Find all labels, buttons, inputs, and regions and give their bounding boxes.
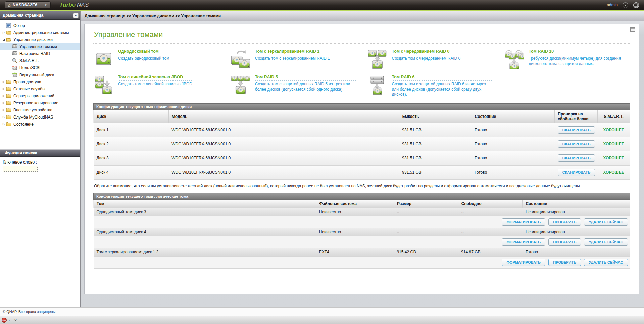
- scan-button[interactable]: СКАНИРОВАТЬ: [558, 169, 595, 176]
- format-button[interactable]: ФОРМАТИРОВАТЬ: [502, 218, 545, 226]
- volume-action-row: ФОРМАТИРОВАТЬ ПРОВЕРИТЬ УДАЛИТЬ СЕЙЧАС: [94, 256, 630, 268]
- logo-turbo: Turbo: [59, 2, 76, 8]
- expand-icon[interactable]: ▷: [1, 31, 6, 34]
- raid6-volume-icon[interactable]: [367, 75, 387, 95]
- device-dropdown-icon[interactable]: ▼: [41, 4, 50, 7]
- sidebar-item-external-devices[interactable]: ▷ Внешние устройства: [0, 106, 80, 113]
- expand-icon[interactable]: ▷: [1, 94, 6, 97]
- title-divider: [93, 43, 630, 44]
- expand-icon[interactable]: ▷: [1, 115, 6, 119]
- browser-addon-bar: ABP ▼ ×: [0, 316, 644, 324]
- sidebar-item-raid-settings[interactable]: Настройка RAID: [0, 50, 80, 57]
- sidebar-item-application-servers[interactable]: ▷ Серверы приложений: [0, 92, 80, 99]
- expand-icon[interactable]: ▷: [1, 87, 6, 90]
- raid1-volume-icon[interactable]: [231, 50, 250, 69]
- folder-icon: [6, 93, 12, 98]
- col-capacity: Емкость: [399, 110, 472, 123]
- folder-open-icon: [6, 37, 12, 42]
- expand-icon[interactable]: ▷: [1, 108, 6, 111]
- close-icon[interactable]: ×: [14, 318, 17, 323]
- smart-status: ХОРОШЕЕ: [598, 165, 630, 179]
- keyword-input[interactable]: [3, 166, 38, 172]
- create-jbod-volume-link[interactable]: Создать том с линейной записью JBOD: [118, 82, 192, 87]
- table-row: Диск 2 WDC WD10EFRX-68JCSN001.0 931.51 G…: [94, 137, 630, 151]
- option-raid1-volume: Том с зеркалированием RAID 1 Создать том…: [230, 49, 367, 69]
- sidebar-item-virtual-disk[interactable]: Виртуальный диск: [0, 71, 80, 78]
- magnifier-icon: [12, 58, 18, 63]
- keyword-label: Ключевое слово :: [3, 160, 78, 165]
- create-raid5-volume-link[interactable]: Создать том с защитой данных RAID 5 из т…: [255, 82, 356, 92]
- device-selector-button[interactable]: ⌂ NASD6A2E6 ▼: [5, 1, 51, 9]
- collapse-node-icon[interactable]: ◢: [1, 38, 6, 41]
- volume-type-options: Однодисковый том Создать однодисковый то…: [93, 49, 630, 97]
- col-free: Свободно: [458, 200, 523, 208]
- col-disk: Диск: [94, 110, 169, 123]
- raid10-volume-icon[interactable]: [504, 50, 524, 69]
- remove-now-button[interactable]: УДАЛИТЬ СЕЙЧАС: [584, 259, 628, 266]
- search-section-header: Функция поиска: [0, 149, 80, 157]
- create-raid1-volume-link[interactable]: Создать том с зеркалированием RAID 1: [255, 56, 330, 61]
- expand-icon[interactable]: ▷: [1, 80, 6, 83]
- overview-icon: [6, 23, 12, 28]
- option-raid0-volume: Том с чередованием RAID 0 Создать том с …: [367, 49, 504, 69]
- sidebar-item-smart[interactable]: S.M.A.R.T.: [0, 57, 80, 64]
- logo-nas: NAS: [77, 2, 89, 8]
- sidebar-item-network-services[interactable]: ▷ Сетевые службы: [0, 85, 80, 92]
- navigation-tree: Обзор ▷ Администрирование системы ◢ Упра…: [0, 20, 80, 149]
- format-button[interactable]: ФОРМАТИРОВАТЬ: [502, 238, 545, 246]
- physical-disks-table: Диск Модель Емкость Состояние Проверка н…: [93, 110, 630, 180]
- adblock-dropdown-icon[interactable]: ▼: [8, 319, 10, 321]
- scan-button[interactable]: СКАНИРОВАТЬ: [558, 140, 595, 148]
- smart-status: ХОРОШЕЕ: [598, 123, 630, 137]
- check-button[interactable]: ПРОВЕРИТЬ: [548, 238, 581, 246]
- sidebar-item-overview[interactable]: Обзор: [0, 22, 80, 29]
- popup-window-icon[interactable]: [630, 27, 635, 32]
- remove-now-button[interactable]: УДАЛИТЬ СЕЙЧАС: [584, 218, 628, 226]
- folder-icon: [6, 86, 12, 91]
- smart-status: ХОРОШЕЕ: [598, 151, 630, 165]
- check-button[interactable]: ПРОВЕРИТЬ: [548, 218, 581, 226]
- col-vol-status: Состояние: [523, 200, 630, 208]
- sidebar-item-iscsi-target[interactable]: Цель iSCSI: [0, 64, 80, 71]
- search-section: Ключевое слово :: [0, 157, 80, 307]
- folder-icon: [6, 100, 12, 105]
- jbod-volume-icon[interactable]: [94, 75, 113, 95]
- col-size: Размер: [394, 200, 458, 208]
- option-raid5-volume: Том RAID 5 Создать том с защитой данных …: [230, 75, 367, 97]
- expand-icon[interactable]: ▷: [1, 101, 6, 104]
- raid0-volume-icon[interactable]: [367, 50, 387, 69]
- create-single-volume-link[interactable]: Создать однодисковый том: [118, 56, 169, 61]
- top-bar: ⌂ NASD6A2E6 ▼ TurboNAS admin ▼: [0, 0, 644, 10]
- physical-disks-section-header: Конфигурация текущего тома : физические …: [93, 103, 630, 110]
- page-title: Управление томами: [93, 28, 630, 43]
- single-volume-icon[interactable]: [94, 50, 113, 69]
- volume-icon: [12, 44, 18, 49]
- check-button[interactable]: ПРОВЕРИТЬ: [548, 259, 581, 266]
- sidebar-collapse-button[interactable]: «: [73, 13, 79, 18]
- sidebar-item-system-administration[interactable]: ▷ Администрирование системы: [0, 29, 80, 36]
- volume-action-row: ФОРМАТИРОВАТЬ ПРОВЕРИТЬ УДАЛИТЬ СЕЙЧАС: [94, 216, 630, 228]
- language-globe-icon[interactable]: [633, 2, 639, 8]
- sidebar-item-mycloudnas-service[interactable]: ▷ Служба MyCloudNAS: [0, 113, 80, 121]
- format-button[interactable]: ФОРМАТИРОВАТЬ: [502, 259, 545, 266]
- folder-icon: [6, 114, 12, 120]
- create-raid6-volume-link[interactable]: Создать том с защитой данных RAID 6 из ч…: [392, 82, 492, 97]
- raid-icon: [12, 51, 18, 56]
- scan-button[interactable]: СКАНИРОВАТЬ: [558, 154, 595, 162]
- sidebar-item-access-rights[interactable]: ▷ Права доступа: [0, 78, 80, 85]
- user-menu-dropdown-icon[interactable]: ▼: [623, 2, 628, 8]
- adblock-icon[interactable]: ABP: [2, 318, 7, 323]
- create-raid0-volume-link[interactable]: Создать том с чередованием RAID 0: [392, 56, 460, 61]
- raid10-requirement-text: Требуются диски(минимум четыре) для созд…: [529, 56, 629, 66]
- sidebar-item-backup[interactable]: ▷ Резервное копирование: [0, 99, 80, 106]
- remove-now-button[interactable]: УДАЛИТЬ СЕЙЧАС: [584, 238, 628, 246]
- scan-button[interactable]: СКАНИРОВАТЬ: [558, 126, 595, 134]
- table-row: Диск 4 WDC WD10EFRX-68JCSN001.0 931.51 G…: [94, 165, 630, 179]
- expand-icon[interactable]: ▷: [1, 123, 6, 126]
- sidebar-item-disk-management[interactable]: ◢ Управление дисками: [0, 36, 80, 43]
- option-single-volume: Однодисковый том Создать однодисковый то…: [93, 49, 230, 69]
- sidebar-item-volume-management[interactable]: Управление томами: [0, 43, 80, 50]
- sidebar-item-status[interactable]: ▷ Состояние: [0, 121, 80, 128]
- raid5-volume-icon[interactable]: [231, 75, 250, 95]
- sidebar-header: Домашняя страница «: [0, 11, 80, 20]
